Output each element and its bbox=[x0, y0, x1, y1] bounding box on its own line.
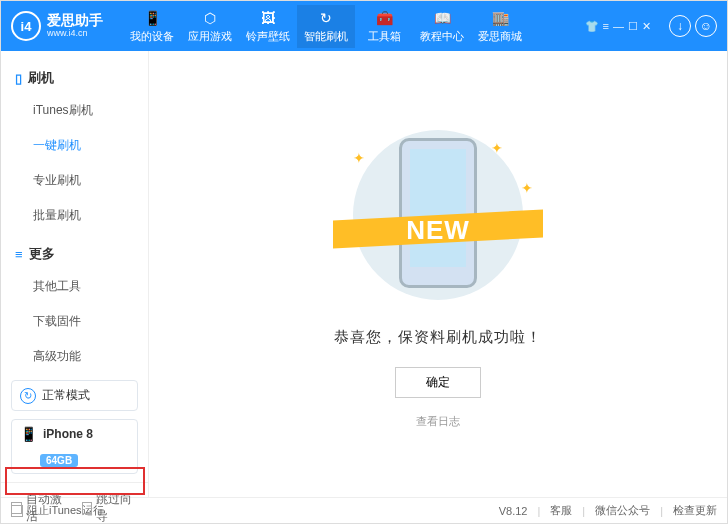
phone-icon: 📱 bbox=[20, 426, 37, 442]
view-log-link[interactable]: 查看日志 bbox=[416, 414, 460, 429]
nav-tutorial[interactable]: 📖教程中心 bbox=[413, 5, 471, 48]
download-button[interactable]: ↓ bbox=[669, 15, 691, 37]
mode-status[interactable]: ↻ 正常模式 bbox=[11, 380, 138, 411]
refresh-icon: ↻ bbox=[20, 388, 36, 404]
version-label: V8.12 bbox=[499, 505, 528, 517]
menu-icon: ≡ bbox=[15, 247, 23, 262]
footer-update[interactable]: 检查更新 bbox=[673, 503, 717, 518]
device-icon: 📱 bbox=[143, 9, 161, 27]
success-message: 恭喜您，保资料刷机成功啦！ bbox=[334, 328, 542, 347]
sidebar-item-batch-flash[interactable]: 批量刷机 bbox=[33, 198, 134, 233]
checkbox-skip-wizard[interactable]: 跳过向导 bbox=[82, 491, 139, 524]
refresh-icon: ↻ bbox=[317, 9, 335, 27]
sidebar-item-advanced[interactable]: 高级功能 bbox=[33, 339, 134, 374]
nav-shop[interactable]: 🏬爱思商城 bbox=[471, 5, 529, 48]
nav-apps[interactable]: ⬡应用游戏 bbox=[181, 5, 239, 48]
main-content: ✦ ✦ ✦ NEW 恭喜您，保资料刷机成功啦！ 确定 查看日志 bbox=[149, 51, 727, 497]
sidebar-item-other-tools[interactable]: 其他工具 bbox=[33, 269, 134, 304]
top-nav: 📱我的设备 ⬡应用游戏 🖼铃声壁纸 ↻智能刷机 🧰工具箱 📖教程中心 🏬爱思商城 bbox=[123, 5, 529, 48]
storage-badge: 64GB bbox=[40, 454, 78, 467]
highlight-box bbox=[5, 467, 145, 495]
sidebar-item-pro-flash[interactable]: 专业刷机 bbox=[33, 163, 134, 198]
book-icon: 📖 bbox=[433, 9, 451, 27]
toolbox-icon: 🧰 bbox=[375, 9, 393, 27]
picture-icon: 🖼 bbox=[259, 9, 277, 27]
sidebar-item-itunes-flash[interactable]: iTunes刷机 bbox=[33, 93, 134, 128]
footer-support[interactable]: 客服 bbox=[550, 503, 572, 518]
ok-button[interactable]: 确定 bbox=[395, 367, 481, 398]
close-icon[interactable]: ✕ bbox=[642, 20, 651, 33]
success-illustration: ✦ ✦ ✦ NEW bbox=[313, 120, 563, 310]
tshirt-icon[interactable]: 👕 bbox=[585, 20, 599, 33]
phone-icon: ▯ bbox=[15, 71, 22, 86]
apps-icon: ⬡ bbox=[201, 9, 219, 27]
sidebar-item-download-firmware[interactable]: 下载固件 bbox=[33, 304, 134, 339]
sidebar-group-flash[interactable]: ▯ 刷机 bbox=[15, 63, 134, 93]
menu-icon[interactable]: ≡ bbox=[603, 20, 609, 33]
checkbox-auto-activate[interactable]: 自动激活 bbox=[11, 491, 68, 524]
footer-wechat[interactable]: 微信公众号 bbox=[595, 503, 650, 518]
shop-icon: 🏬 bbox=[491, 9, 509, 27]
nav-toolbox[interactable]: 🧰工具箱 bbox=[355, 5, 413, 48]
minimize-icon[interactable]: — bbox=[613, 20, 624, 33]
app-url: www.i4.cn bbox=[47, 29, 103, 39]
user-button[interactable]: ☺ bbox=[695, 15, 717, 37]
app-header: i4 爱思助手 www.i4.cn 📱我的设备 ⬡应用游戏 🖼铃声壁纸 ↻智能刷… bbox=[1, 1, 727, 51]
nav-flash[interactable]: ↻智能刷机 bbox=[297, 5, 355, 48]
nav-my-device[interactable]: 📱我的设备 bbox=[123, 5, 181, 48]
sidebar: ▯ 刷机 iTunes刷机 一键刷机 专业刷机 批量刷机 ≡ 更多 其他工具 下… bbox=[1, 51, 149, 497]
nav-ringtone[interactable]: 🖼铃声壁纸 bbox=[239, 5, 297, 48]
logo-icon: i4 bbox=[11, 11, 41, 41]
new-ribbon: NEW bbox=[406, 215, 470, 246]
sidebar-group-more[interactable]: ≡ 更多 bbox=[15, 239, 134, 269]
maximize-icon[interactable]: ☐ bbox=[628, 20, 638, 33]
app-title: 爱思助手 bbox=[47, 13, 103, 28]
device-card[interactable]: 📱 iPhone 8 64GB bbox=[11, 419, 138, 474]
logo[interactable]: i4 爱思助手 www.i4.cn bbox=[11, 11, 103, 41]
sidebar-item-onekey-flash[interactable]: 一键刷机 bbox=[33, 128, 134, 163]
